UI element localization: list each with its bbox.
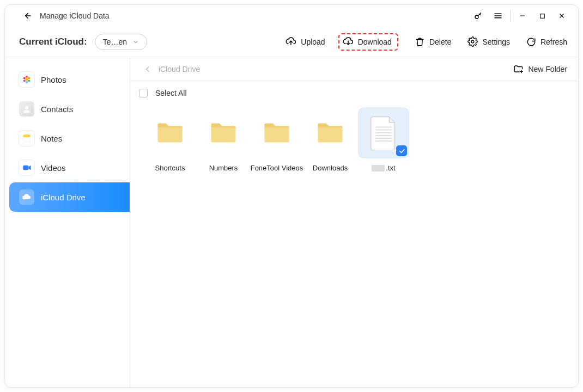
download-label: Download (358, 38, 392, 46)
sidebar-label: Contacts (41, 105, 73, 114)
main: iCloud Drive New Folder Select All Short… (130, 57, 578, 388)
folder-icon (251, 107, 302, 158)
settings-button[interactable]: Settings (467, 36, 510, 47)
current-icloud-label: Current iCloud: (19, 36, 87, 47)
breadcrumb-back-button[interactable] (141, 63, 154, 76)
new-folder-button[interactable]: New Folder (513, 64, 567, 74)
new-folder-label: New Folder (528, 65, 567, 74)
file-item[interactable]: .txt (357, 107, 410, 172)
contacts-icon (19, 101, 34, 117)
titlebar: Manage iCloud Data (5, 5, 578, 27)
file-icon (358, 107, 409, 158)
item-label: FoneTool Videos (251, 164, 303, 172)
new-folder-icon (513, 64, 524, 74)
close-button[interactable] (552, 8, 572, 23)
photos-icon (19, 72, 34, 87)
download-icon (343, 36, 354, 47)
svg-point-5 (28, 77, 30, 79)
svg-rect-19 (375, 140, 392, 142)
svg-rect-16 (375, 132, 392, 133)
svg-point-9 (23, 77, 26, 79)
folder-item[interactable]: FoneTool Videos (250, 107, 303, 172)
refresh-label: Refresh (541, 38, 567, 46)
sidebar-label: Videos (41, 163, 66, 173)
window-title: Manage iCloud Data (40, 11, 110, 20)
download-button[interactable]: Download (338, 33, 398, 51)
svg-point-6 (28, 79, 30, 82)
svg-point-10 (25, 106, 28, 109)
svg-rect-12 (23, 134, 30, 137)
svg-point-7 (26, 81, 28, 83)
svg-rect-18 (375, 138, 392, 139)
settings-label: Settings (482, 38, 510, 46)
menu-icon[interactable] (488, 8, 508, 23)
svg-point-8 (23, 79, 26, 82)
notes-icon (19, 131, 34, 146)
back-button[interactable] (19, 8, 34, 23)
sidebar-label: Photos (41, 75, 66, 84)
sidebar-item-icloud-drive[interactable]: iCloud Drive (9, 182, 130, 212)
svg-rect-14 (375, 126, 392, 127)
upload-icon (286, 36, 296, 47)
breadcrumb-row: iCloud Drive New Folder (130, 57, 578, 81)
item-label: Numbers (209, 164, 238, 172)
svg-point-4 (26, 76, 28, 78)
svg-rect-13 (23, 166, 28, 170)
upload-button[interactable]: Upload (286, 36, 325, 47)
videos-icon (19, 160, 34, 175)
sidebar-label: iCloud Drive (41, 193, 86, 202)
folder-icon (198, 107, 249, 158)
select-all-checkbox[interactable] (139, 89, 148, 97)
svg-rect-17 (375, 135, 392, 136)
folder-item[interactable]: Downloads (303, 107, 357, 172)
sidebar: Photos Contacts Notes Videos (5, 57, 130, 388)
maximize-button[interactable] (532, 8, 552, 23)
sidebar-item-photos[interactable]: Photos (9, 65, 130, 94)
account-dropdown[interactable]: Te…en (95, 34, 147, 50)
icloud-drive-icon (19, 189, 34, 205)
folder-item[interactable]: Numbers (197, 107, 250, 172)
upload-label: Upload (301, 38, 325, 46)
folder-item[interactable]: Shortcuts (143, 107, 197, 172)
folder-icon (144, 107, 196, 158)
toolbar: Current iCloud: Te…en Upload Download De… (5, 27, 578, 57)
file-grid: Shortcuts Numbers FoneTool Videos (130, 105, 578, 172)
item-label: Shortcuts (155, 164, 185, 172)
sidebar-item-notes[interactable]: Notes (9, 124, 130, 153)
item-label: .txt (372, 164, 395, 172)
sidebar-item-videos[interactable]: Videos (9, 153, 130, 182)
svg-rect-1 (540, 14, 544, 18)
separator (510, 10, 511, 22)
selected-badge-icon (396, 145, 407, 156)
refresh-button[interactable]: Refresh (526, 37, 567, 47)
delete-label: Delete (429, 38, 451, 46)
delete-button[interactable]: Delete (415, 36, 451, 47)
body: Photos Contacts Notes Videos (5, 57, 578, 388)
breadcrumb-path: iCloud Drive (159, 65, 200, 74)
sidebar-item-contacts[interactable]: Contacts (9, 94, 130, 124)
folder-icon (305, 107, 356, 158)
gear-icon (467, 36, 478, 47)
key-icon[interactable] (469, 8, 488, 23)
item-label: Downloads (313, 164, 348, 172)
trash-icon (415, 36, 425, 47)
app-window: Manage iCloud Data Current iCloud: Te…en… (4, 4, 579, 388)
account-value: Te…en (103, 38, 127, 46)
minimize-button[interactable] (513, 8, 532, 23)
sidebar-label: Notes (41, 134, 62, 143)
refresh-icon (526, 37, 536, 47)
select-all-row: Select All (130, 81, 578, 105)
svg-point-3 (26, 78, 28, 81)
svg-rect-15 (375, 130, 392, 131)
select-all-label: Select All (155, 89, 187, 97)
